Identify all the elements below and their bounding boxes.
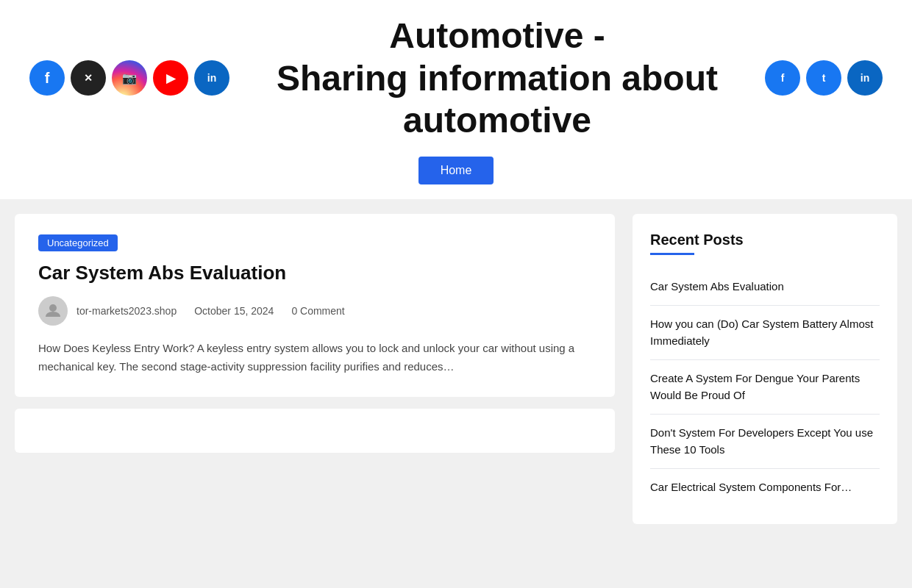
- instagram-icon[interactable]: 📷: [112, 60, 147, 96]
- article-excerpt: How Does Keyless Entry Work? A keyless e…: [38, 339, 591, 376]
- linkedin-right-icon[interactable]: in: [847, 60, 883, 96]
- twitter-icon[interactable]: ✕: [71, 60, 106, 96]
- content-area: Uncategorized Car System Abs Evaluation …: [15, 214, 615, 524]
- article-card-1: Uncategorized Car System Abs Evaluation …: [15, 214, 615, 397]
- sidebar: Recent Posts Car System Abs Evaluation H…: [633, 214, 897, 524]
- recent-post-link-4[interactable]: Don't System For Developers Except You u…: [650, 426, 873, 456]
- twitter-right-icon[interactable]: t: [806, 60, 841, 96]
- article-date: October 15, 2024: [194, 305, 274, 317]
- recent-post-item-3[interactable]: Create A System For Dengue Your Parents …: [650, 360, 880, 415]
- svg-point-0: [49, 304, 57, 312]
- site-title-text: Automotive - Sharing information about a…: [229, 15, 765, 142]
- social-icons-left: f ✕ 📷 ▶ in: [29, 60, 229, 96]
- recent-post-item-4[interactable]: Don't System For Developers Except You u…: [650, 415, 880, 469]
- widget-title-underline: [650, 253, 694, 255]
- recent-post-link-3[interactable]: Create A System For Dengue Your Parents …: [650, 372, 860, 401]
- site-title-block: Automotive - Sharing information about a…: [229, 15, 765, 142]
- author-avatar: [38, 296, 68, 326]
- facebook-right-icon[interactable]: f: [765, 60, 800, 96]
- category-badge[interactable]: Uncategorized: [38, 234, 118, 251]
- recent-post-link-2[interactable]: How you can (Do) Car System Battery Almo…: [650, 318, 873, 347]
- article-title[interactable]: Car System Abs Evaluation: [38, 262, 591, 284]
- author-name: tor-markets2023.shop: [76, 305, 177, 317]
- article-meta: tor-markets2023.shop October 15, 2024 0 …: [38, 296, 591, 326]
- main-container: Uncategorized Car System Abs Evaluation …: [0, 199, 912, 539]
- recent-post-link-5[interactable]: Car Electrical System Components For…: [650, 481, 852, 493]
- site-header: f ✕ 📷 ▶ in Automotive - Sharing informat…: [0, 0, 912, 157]
- recent-posts-widget: Recent Posts Car System Abs Evaluation H…: [633, 214, 897, 524]
- recent-post-item-1[interactable]: Car System Abs Evaluation: [650, 268, 880, 306]
- youtube-icon[interactable]: ▶: [153, 60, 188, 96]
- social-icons-right: f t in: [765, 60, 883, 96]
- home-nav-link[interactable]: Home: [418, 157, 494, 184]
- recent-post-item-2[interactable]: How you can (Do) Car System Battery Almo…: [650, 306, 880, 360]
- main-nav: Home: [0, 157, 912, 199]
- facebook-icon[interactable]: f: [29, 60, 65, 96]
- article-comments: 0 Comment: [291, 305, 344, 317]
- recent-posts-title: Recent Posts: [650, 232, 880, 248]
- linkedin-icon[interactable]: in: [194, 60, 229, 96]
- article-card-2: [15, 409, 615, 453]
- recent-post-item-5[interactable]: Car Electrical System Components For…: [650, 469, 880, 506]
- recent-post-link-1[interactable]: Car System Abs Evaluation: [650, 280, 784, 293]
